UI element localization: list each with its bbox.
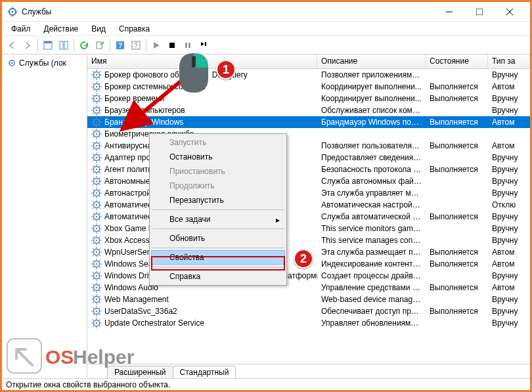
menu-view[interactable]: Вид xyxy=(86,23,111,35)
service-type-cell: Вручну xyxy=(488,295,530,304)
svg-line-202 xyxy=(99,278,100,280)
service-state-cell: Выполняется xyxy=(426,212,488,221)
svg-line-141 xyxy=(93,201,94,202)
svg-line-42 xyxy=(99,89,100,91)
column-headers: Имя Описание Состояние Тип за xyxy=(87,54,530,69)
svg-line-224 xyxy=(99,295,100,297)
ctx-restart[interactable]: Перезапустить xyxy=(151,193,285,207)
ctx-all-tasks[interactable]: Все задачи ▸ xyxy=(151,212,285,227)
titlebar: Службы xyxy=(2,2,530,22)
svg-line-63 xyxy=(93,113,94,114)
tab-standard[interactable]: Стандартный xyxy=(173,366,236,378)
svg-line-163 xyxy=(93,231,94,232)
service-type-cell: Автом xyxy=(488,248,530,257)
svg-line-31 xyxy=(93,71,94,72)
annotation-badge-2-label: 2 xyxy=(300,252,307,266)
tree-root-node[interactable]: Службы (лок xyxy=(2,57,87,69)
svg-line-223 xyxy=(93,302,94,303)
back-button[interactable] xyxy=(5,38,19,53)
svg-line-211 xyxy=(93,284,94,285)
svg-line-133 xyxy=(93,196,94,197)
service-desc-cell: Управление средствами р... xyxy=(317,283,426,292)
ctx-resume[interactable]: Продолжить xyxy=(151,179,285,193)
svg-line-172 xyxy=(99,243,100,244)
svg-rect-20 xyxy=(185,43,187,48)
svg-point-26 xyxy=(96,74,98,76)
svg-line-184 xyxy=(99,248,100,250)
service-desc-cell: Эта служба управляет моб... xyxy=(317,188,426,198)
svg-line-246 xyxy=(125,78,185,127)
svg-point-86 xyxy=(96,145,98,147)
col-header-state[interactable]: Состояние xyxy=(426,54,488,68)
svg-line-232 xyxy=(99,314,100,315)
svg-rect-14 xyxy=(97,42,102,49)
details-pane-button[interactable] xyxy=(41,38,55,53)
ctx-start[interactable]: Запустить xyxy=(151,135,285,150)
menu-help[interactable]: Справка xyxy=(114,23,155,35)
service-state-cell: Выполняется xyxy=(426,82,488,91)
svg-line-93 xyxy=(93,148,94,150)
service-row[interactable]: Update Orchestrator ServiceУправляет обн… xyxy=(87,317,530,329)
refresh-button[interactable] xyxy=(77,38,91,53)
service-desc-cell: Координирует выполнени... xyxy=(317,94,426,103)
svg-point-226 xyxy=(96,311,98,313)
svg-point-166 xyxy=(96,240,98,242)
service-type-cell: Вручну xyxy=(488,188,530,198)
col-header-startup[interactable]: Тип за xyxy=(488,54,530,68)
svg-line-192 xyxy=(99,267,100,268)
col-header-description[interactable]: Описание xyxy=(317,54,426,68)
ctx-pause[interactable]: Приостановить xyxy=(151,164,285,179)
ctx-help[interactable]: Справка xyxy=(151,269,285,284)
close-button[interactable] xyxy=(495,2,525,22)
svg-line-174 xyxy=(99,236,100,238)
svg-line-32 xyxy=(99,77,100,79)
service-desc-cell: Брандмауэр Windows пом... xyxy=(317,118,426,127)
menu-file[interactable]: Файл xyxy=(6,23,36,35)
service-type-cell: Автом xyxy=(488,283,530,292)
service-desc-cell: Позволяет пользователям ... xyxy=(317,141,426,150)
maximize-button[interactable] xyxy=(464,2,495,22)
service-desc-cell: Создает процессы драйвер... xyxy=(317,271,426,280)
svg-point-66 xyxy=(96,121,98,123)
svg-line-71 xyxy=(93,118,94,120)
service-state-cell: Выполняется xyxy=(426,165,488,174)
service-desc-cell: Безопасность протокола I... xyxy=(317,165,426,174)
svg-point-96 xyxy=(96,157,98,159)
svg-line-73 xyxy=(93,125,94,126)
help-button[interactable]: ? xyxy=(113,38,127,53)
service-name-cell: Web Management xyxy=(87,294,317,305)
svg-line-91 xyxy=(93,142,94,143)
ctx-stop[interactable]: Остановить xyxy=(151,150,285,164)
service-row[interactable]: UserDataSvc_336a2Обеспечивает доступ при… xyxy=(87,305,530,317)
svg-line-51 xyxy=(93,95,94,96)
service-desc-cell: Web-based device manage... xyxy=(317,295,426,304)
annotation-mouse-icon xyxy=(177,51,211,95)
svg-rect-21 xyxy=(188,43,190,48)
svg-line-131 xyxy=(93,189,94,190)
service-type-cell: Автом xyxy=(488,141,530,150)
service-type-cell: Вручну xyxy=(488,177,530,186)
service-state-cell: Выполняется xyxy=(426,307,488,316)
ctx-refresh[interactable]: Обновить xyxy=(151,231,285,246)
svg-point-146 xyxy=(96,216,98,218)
svg-line-103 xyxy=(93,160,94,162)
service-row[interactable]: Web ManagementWeb-based device manage...… xyxy=(87,294,530,305)
help-button-2[interactable]: ? xyxy=(129,38,143,53)
menu-action[interactable]: Действие xyxy=(39,23,84,35)
svg-point-1 xyxy=(12,11,14,12)
svg-rect-245 xyxy=(192,56,196,68)
minimize-button[interactable] xyxy=(434,2,464,22)
ctx-properties[interactable]: Свойства xyxy=(151,250,285,265)
svg-line-124 xyxy=(99,177,100,179)
svg-line-92 xyxy=(99,148,100,150)
export-button[interactable] xyxy=(93,38,107,53)
service-type-cell: Вручну xyxy=(488,94,530,103)
svg-point-216 xyxy=(96,299,98,301)
service-desc-cell: Управляет обновлениями ... xyxy=(317,318,426,328)
columns-button[interactable] xyxy=(56,38,71,53)
svg-line-72 xyxy=(99,125,100,126)
forward-button[interactable] xyxy=(20,38,35,53)
start-service-button[interactable] xyxy=(149,38,164,53)
service-desc-cell: Координирует выполнени... xyxy=(317,82,426,91)
svg-point-116 xyxy=(96,181,98,183)
